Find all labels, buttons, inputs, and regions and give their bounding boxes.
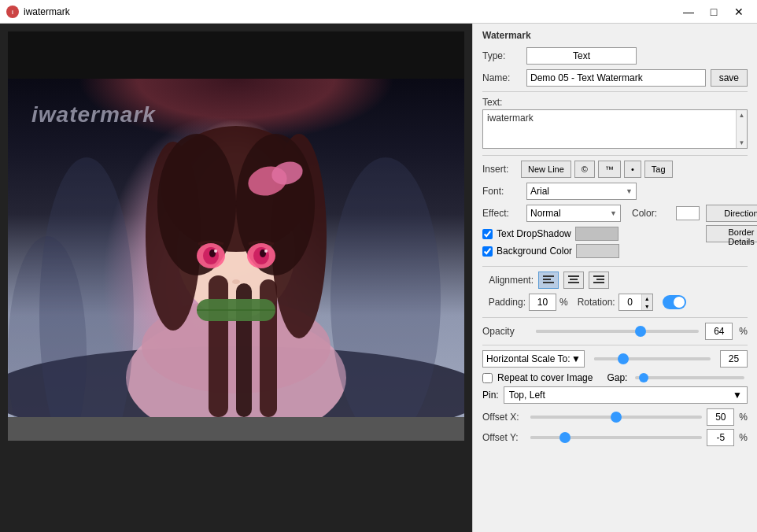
main-content: iwatermark Watermark Type: Text Name: sa… bbox=[0, 24, 757, 532]
shadow-color-picker[interactable] bbox=[575, 227, 619, 241]
offset-x-slider-track[interactable] bbox=[530, 416, 702, 419]
panel-section-header: Watermark bbox=[482, 30, 748, 41]
insert-copyright-button[interactable]: © bbox=[574, 161, 595, 178]
svg-point-28 bbox=[330, 157, 441, 417]
effect-select[interactable]: Normal ▼ bbox=[526, 205, 621, 222]
svg-rect-11 bbox=[209, 275, 228, 417]
svg-rect-34 bbox=[570, 279, 578, 280]
align-center-button[interactable] bbox=[563, 272, 584, 289]
opacity-label: Opacity bbox=[482, 326, 530, 337]
shadow-checkbox[interactable] bbox=[482, 229, 493, 239]
left-effects: Effect: Normal ▼ Color: Text DropShadow … bbox=[482, 205, 700, 261]
type-label: Type: bbox=[482, 50, 522, 61]
gap-slider[interactable] bbox=[635, 376, 744, 379]
hscale-value-input[interactable]: 25 bbox=[720, 350, 748, 368]
offset-y-label: Offset Y: bbox=[482, 432, 526, 443]
opacity-percent: % bbox=[739, 326, 748, 337]
pin-select[interactable]: Top, Left ▼ bbox=[504, 386, 748, 404]
svg-point-23 bbox=[264, 249, 268, 253]
maximize-button[interactable]: □ bbox=[702, 3, 726, 20]
text-area-container[interactable]: iwatermark ▲ ▼ bbox=[482, 109, 748, 149]
svg-rect-33 bbox=[568, 275, 579, 277]
divider-1 bbox=[482, 91, 748, 92]
offset-x-value-input[interactable]: 50 bbox=[707, 408, 734, 426]
pin-dropdown-arrow: ▼ bbox=[733, 390, 742, 401]
svg-rect-30 bbox=[543, 275, 554, 277]
close-button[interactable]: ✕ bbox=[727, 3, 751, 20]
align-right-button[interactable] bbox=[589, 272, 609, 289]
insert-tag-button[interactable]: Tag bbox=[644, 161, 673, 178]
insert-label: Insert: bbox=[482, 164, 518, 175]
rotation-up-button[interactable]: ▲ bbox=[642, 294, 652, 302]
hscale-slider-thumb[interactable] bbox=[618, 353, 629, 364]
opacity-slider-thumb[interactable] bbox=[635, 326, 646, 337]
color-picker[interactable] bbox=[676, 206, 700, 220]
hscale-row: Horizontal Scale To: ▼ 25 bbox=[482, 350, 748, 368]
text-area-content[interactable]: iwatermark bbox=[483, 110, 736, 148]
padding-row: Padding: % Rotation: ▲ ▼ bbox=[482, 294, 748, 311]
opacity-value-input[interactable]: 64 bbox=[705, 323, 733, 340]
text-scrollbar: ▲ ▼ bbox=[736, 110, 747, 148]
offset-x-percent: % bbox=[739, 412, 748, 423]
insert-bullet-button[interactable]: • bbox=[624, 161, 641, 178]
offset-y-slider-thumb[interactable] bbox=[559, 432, 571, 443]
hscale-slider-track[interactable] bbox=[594, 357, 711, 360]
font-value: Arial bbox=[530, 186, 549, 197]
direction-button[interactable]: Direction bbox=[706, 205, 757, 222]
offset-y-slider-track[interactable] bbox=[530, 436, 702, 439]
rotation-value-input[interactable] bbox=[619, 294, 641, 310]
font-dropdown-arrow: ▼ bbox=[626, 187, 633, 195]
font-select[interactable]: Arial ▼ bbox=[526, 183, 637, 200]
hscale-select[interactable]: Horizontal Scale To: ▼ bbox=[482, 350, 585, 368]
svg-point-22 bbox=[214, 249, 217, 253]
bgcolor-label: Background Color bbox=[497, 246, 572, 257]
type-button[interactable]: Text bbox=[526, 47, 637, 65]
repeat-checkbox[interactable] bbox=[482, 373, 493, 383]
shadow-row: Text DropShadow bbox=[482, 227, 700, 241]
opacity-slider-fill bbox=[536, 330, 641, 333]
window-controls: — □ ✕ bbox=[677, 3, 751, 20]
gap-label: Gap: bbox=[607, 372, 627, 383]
divider-2 bbox=[482, 155, 748, 156]
watermark-preview-text: iwatermark bbox=[31, 102, 156, 127]
toggle-switch[interactable] bbox=[663, 295, 686, 309]
bgcolor-checkbox[interactable] bbox=[482, 246, 493, 257]
title-bar-left: i iwatermark bbox=[6, 6, 70, 18]
app-icon: i bbox=[6, 6, 19, 18]
offset-x-row: Offset X: 50 % bbox=[482, 408, 748, 426]
font-label: Font: bbox=[482, 186, 522, 197]
app-title: iwatermark bbox=[24, 6, 70, 17]
repeat-label: Repeat to cover Image bbox=[497, 372, 593, 383]
insert-trademark-button[interactable]: ™ bbox=[598, 161, 621, 178]
title-bar: i iwatermark — □ ✕ bbox=[0, 0, 757, 24]
divider-3 bbox=[482, 266, 748, 267]
opacity-slider-track[interactable] bbox=[536, 330, 699, 333]
offset-y-value-input[interactable]: -5 bbox=[707, 429, 734, 446]
hscale-label: Horizontal Scale To: bbox=[486, 353, 571, 364]
rotation-spinner: ▲ ▼ bbox=[619, 294, 653, 311]
save-button[interactable]: save bbox=[711, 69, 748, 87]
scroll-up-icon[interactable]: ▲ bbox=[737, 110, 747, 120]
offset-y-row: Offset Y: -5 % bbox=[482, 429, 748, 446]
padding-input[interactable] bbox=[529, 294, 556, 311]
bgcolor-picker[interactable] bbox=[576, 244, 619, 258]
svg-rect-36 bbox=[593, 275, 604, 277]
opacity-row: Opacity 64 % bbox=[482, 323, 748, 340]
name-input[interactable] bbox=[526, 69, 706, 87]
border-details-button[interactable]: Border Details bbox=[706, 225, 757, 242]
hscale-dropdown-arrow: ▼ bbox=[571, 353, 581, 364]
rotation-down-button[interactable]: ▼ bbox=[642, 302, 652, 310]
image-panel: iwatermark bbox=[0, 24, 472, 532]
gap-slider-thumb[interactable] bbox=[639, 373, 648, 382]
offset-x-label: Offset X: bbox=[482, 412, 526, 423]
insert-newline-button[interactable]: New Line bbox=[521, 161, 571, 178]
bgcolor-row: Background Color bbox=[482, 244, 700, 258]
image-bottom-bar bbox=[8, 417, 464, 441]
scroll-down-icon[interactable]: ▼ bbox=[737, 138, 747, 148]
svg-rect-37 bbox=[596, 279, 604, 280]
offset-x-slider-thumb[interactable] bbox=[611, 412, 622, 423]
color-label: Color: bbox=[632, 208, 671, 219]
align-left-button[interactable] bbox=[538, 272, 559, 289]
image-overlay bbox=[8, 79, 464, 417]
minimize-button[interactable]: — bbox=[677, 3, 700, 20]
